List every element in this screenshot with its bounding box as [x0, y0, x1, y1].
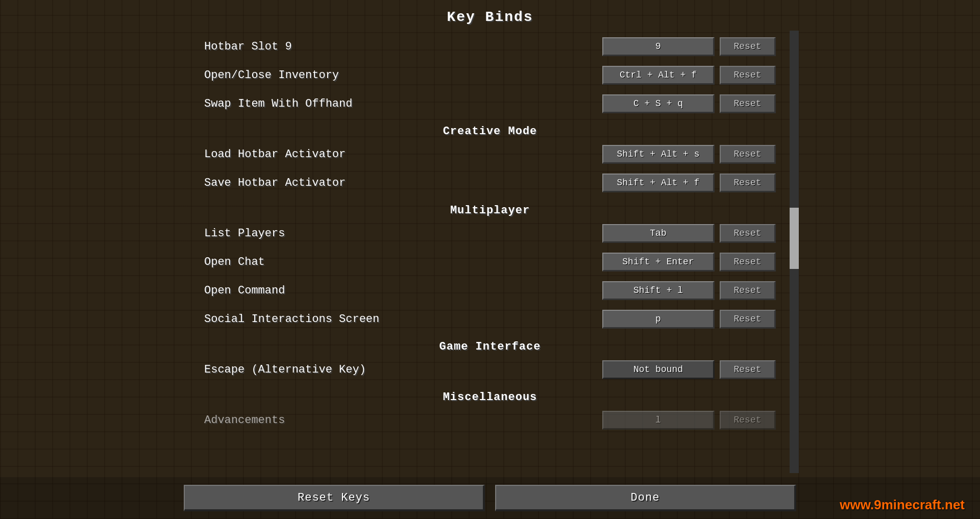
section-header-miscellaneous: Miscellaneous	[204, 384, 776, 406]
table-row: Open/Close Inventory Ctrl + Alt + f Rese…	[204, 61, 776, 89]
scrollbar-track	[790, 31, 799, 473]
table-row: Swap Item With Offhand C + S + q Reset	[204, 89, 776, 118]
keybind-controls: Shift + l Reset	[602, 281, 776, 300]
reset-button-hotbar9[interactable]: Reset	[720, 37, 776, 56]
reset-keys-button[interactable]: Reset Keys	[184, 485, 485, 511]
key-button-advancements[interactable]: l	[602, 411, 715, 430]
keybind-controls: Not bound Reset	[602, 360, 776, 379]
bottom-bar: Reset Keys Done	[0, 477, 980, 519]
key-button-list-players[interactable]: Tab	[602, 224, 715, 243]
table-row: Open Command Shift + l Reset	[204, 276, 776, 305]
key-button-open-chat[interactable]: Shift + Enter	[602, 253, 715, 271]
reset-button-open-chat[interactable]: Reset	[720, 253, 776, 271]
table-row: Load Hotbar Activator Shift + Alt + s Re…	[204, 140, 776, 168]
reset-button-inventory[interactable]: Reset	[720, 66, 776, 85]
key-button-social[interactable]: p	[602, 310, 715, 329]
key-button-inventory[interactable]: Ctrl + Alt + f	[602, 66, 715, 85]
keybind-label-load-hotbar: Load Hotbar Activator	[204, 148, 602, 161]
table-row: Social Interactions Screen p Reset	[204, 305, 776, 333]
keybind-label-escape: Escape (Alternative Key)	[204, 363, 602, 376]
reset-button-escape[interactable]: Reset	[720, 360, 776, 379]
keybind-controls: Shift + Alt + f Reset	[602, 174, 776, 192]
keybind-controls: 9 Reset	[602, 37, 776, 56]
reset-button-list-players[interactable]: Reset	[720, 224, 776, 243]
keybind-label-open-command: Open Command	[204, 284, 602, 297]
section-header-game-interface: Game Interface	[204, 333, 776, 355]
table-row: Open Chat Shift + Enter Reset	[204, 248, 776, 276]
keybind-controls: p Reset	[602, 310, 776, 329]
key-button-save-hotbar[interactable]: Shift + Alt + f	[602, 174, 715, 192]
reset-button-social[interactable]: Reset	[720, 310, 776, 329]
key-button-open-command[interactable]: Shift + l	[602, 281, 715, 300]
done-button[interactable]: Done	[495, 485, 796, 511]
keybind-controls: Shift + Alt + s Reset	[602, 145, 776, 164]
keybind-label-social: Social Interactions Screen	[204, 313, 602, 326]
key-button-load-hotbar[interactable]: Shift + Alt + s	[602, 145, 715, 164]
scrollbar-thumb[interactable]	[790, 208, 799, 269]
keybind-controls: C + S + q Reset	[602, 94, 776, 113]
reset-button-load-hotbar[interactable]: Reset	[720, 145, 776, 164]
reset-button-offhand[interactable]: Reset	[720, 94, 776, 113]
reset-button-open-command[interactable]: Reset	[720, 281, 776, 300]
table-row: Escape (Alternative Key) Not bound Reset	[204, 355, 776, 384]
key-button-escape[interactable]: Not bound	[602, 360, 715, 379]
keybind-label-hotbar9: Hotbar Slot 9	[204, 40, 602, 53]
table-row: Hotbar Slot 9 9 Reset	[204, 32, 776, 61]
keybind-label-open-chat: Open Chat	[204, 256, 602, 268]
keybind-label-advancements: Advancements	[204, 414, 602, 427]
section-header-multiplayer: Multiplayer	[204, 197, 776, 219]
key-button-offhand[interactable]: C + S + q	[602, 94, 715, 113]
keybind-label-offhand: Swap Item With Offhand	[204, 97, 602, 110]
table-row: List Players Tab Reset	[204, 219, 776, 248]
section-header-creative: Creative Mode	[204, 118, 776, 140]
keybind-controls: Tab Reset	[602, 224, 776, 243]
keybind-controls: Ctrl + Alt + f Reset	[602, 66, 776, 85]
reset-button-save-hotbar[interactable]: Reset	[720, 174, 776, 192]
reset-button-advancements[interactable]: Reset	[720, 411, 776, 430]
keybinds-list: Hotbar Slot 9 9 Reset Open/Close Invento…	[184, 32, 796, 505]
watermark: www.9minecraft.net	[840, 497, 965, 513]
keybind-label-list-players: List Players	[204, 227, 602, 240]
page-title: Key Binds	[184, 0, 796, 32]
table-row: Advancements l Reset	[204, 406, 776, 434]
table-row: Save Hotbar Activator Shift + Alt + f Re…	[204, 168, 776, 197]
keybind-controls: Shift + Enter Reset	[602, 253, 776, 271]
key-button-hotbar9[interactable]: 9	[602, 37, 715, 56]
keybind-controls: l Reset	[602, 411, 776, 430]
keybind-label-save-hotbar: Save Hotbar Activator	[204, 177, 602, 189]
keybind-label-inventory: Open/Close Inventory	[204, 69, 602, 82]
keybinds-panel: Key Binds Hotbar Slot 9 9 Reset Open/Clo…	[184, 0, 796, 519]
